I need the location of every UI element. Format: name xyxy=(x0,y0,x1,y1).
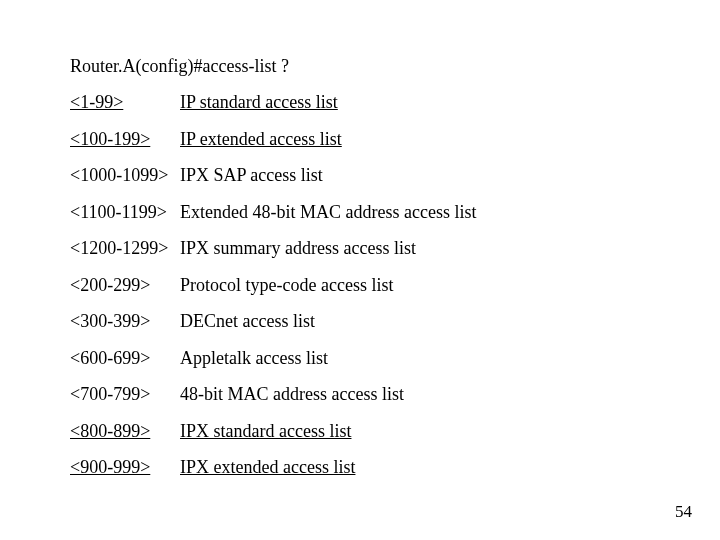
acl-row: <1200-1299>IPX summary address access li… xyxy=(70,237,650,260)
acl-range: <1-99> xyxy=(70,91,180,114)
acl-range: <100-199> xyxy=(70,128,180,151)
acl-range: <1100-1199> xyxy=(70,201,180,224)
acl-description: IP standard access list xyxy=(180,91,650,114)
acl-row: <600-699>Appletalk access list xyxy=(70,347,650,370)
acl-description: IPX summary address access list xyxy=(180,237,650,260)
acl-row: <800-899>IPX standard access list xyxy=(70,420,650,443)
acl-range: <600-699> xyxy=(70,347,180,370)
acl-row: <700-799>48-bit MAC address access list xyxy=(70,383,650,406)
acl-row: <1-99>IP standard access list xyxy=(70,91,650,114)
slide: Router.A(config)#access-list ? <1-99>IP … xyxy=(0,0,720,540)
acl-row: <1000-1099>IPX SAP access list xyxy=(70,164,650,187)
acl-description: IPX extended access list xyxy=(180,456,650,479)
acl-range: <1200-1299> xyxy=(70,237,180,260)
acl-range: <200-299> xyxy=(70,274,180,297)
acl-row: <100-199>IP extended access list xyxy=(70,128,650,151)
acl-description: Extended 48-bit MAC address access list xyxy=(180,201,650,224)
page-number: 54 xyxy=(675,502,692,522)
acl-description: IPX standard access list xyxy=(180,420,650,443)
acl-description: Appletalk access list xyxy=(180,347,650,370)
acl-range: <800-899> xyxy=(70,420,180,443)
acl-row: <300-399>DECnet access list xyxy=(70,310,650,333)
command-prompt: Router.A(config)#access-list ? xyxy=(70,56,650,77)
acl-range: <300-399> xyxy=(70,310,180,333)
acl-description: IPX SAP access list xyxy=(180,164,650,187)
acl-description: Protocol type-code access list xyxy=(180,274,650,297)
acl-range: <1000-1099> xyxy=(70,164,180,187)
acl-range: <700-799> xyxy=(70,383,180,406)
acl-row: <900-999>IPX extended access list xyxy=(70,456,650,479)
acl-range: <900-999> xyxy=(70,456,180,479)
acl-row: <1100-1199>Extended 48-bit MAC address a… xyxy=(70,201,650,224)
access-list-rows: <1-99>IP standard access list<100-199>IP… xyxy=(70,91,650,479)
acl-description: 48-bit MAC address access list xyxy=(180,383,650,406)
acl-description: DECnet access list xyxy=(180,310,650,333)
acl-description: IP extended access list xyxy=(180,128,650,151)
acl-row: <200-299>Protocol type-code access list xyxy=(70,274,650,297)
